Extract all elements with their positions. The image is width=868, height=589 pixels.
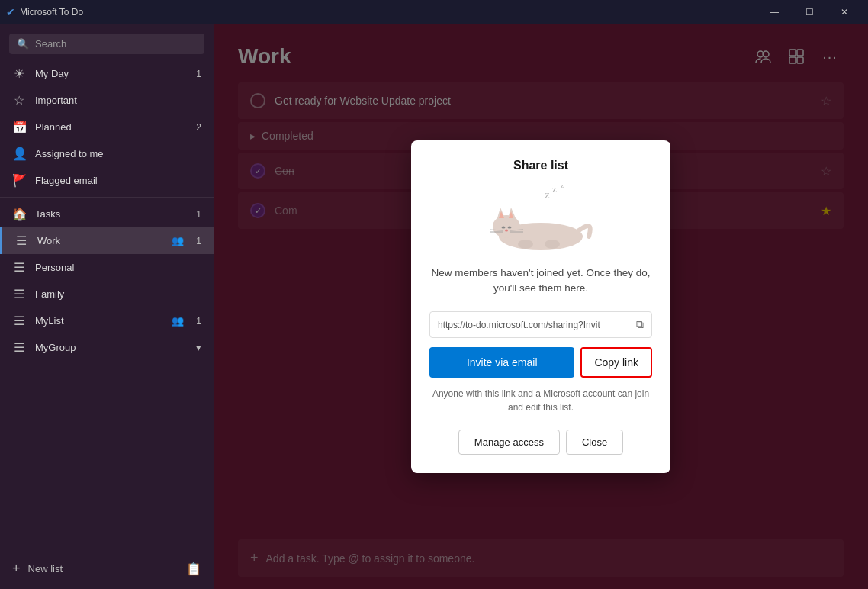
new-list-add-icon: 📋 [186, 562, 201, 576]
list-icon: ☰ [14, 233, 28, 248]
sidebar-item-tasks[interactable]: 🏠 Tasks 1 [0, 201, 214, 227]
sun-icon: ☀ [12, 66, 26, 81]
app-container: 🔍 ☀ My Day 1 ☆ Important 📅 Planned 2 👤 A… [0, 24, 868, 589]
list-icon: ☰ [12, 287, 26, 301]
copy-icon[interactable]: ⧉ [636, 318, 644, 331]
share-link-text: https://to-do.microsoft.com/sharing?Invi… [438, 320, 630, 330]
sidebar-item-label: MyList [35, 315, 162, 327]
sidebar-item-mygroup[interactable]: ☰ MyGroup ▾ [0, 334, 214, 361]
copy-link-button[interactable]: Copy link [580, 347, 652, 378]
close-button[interactable]: ✕ [827, 0, 862, 24]
svg-point-17 [505, 229, 508, 231]
maximize-button[interactable]: ☐ [792, 0, 827, 24]
sidebar-item-label: Work [37, 235, 162, 246]
svg-text:z: z [552, 185, 557, 195]
share-list-modal: Share list Z z z [411, 140, 670, 474]
share-icon: 👥 [172, 315, 184, 327]
main-content: Work [214, 24, 868, 589]
list-icon: ☰ [12, 314, 26, 328]
sidebar-item-badge: 1 [196, 69, 201, 79]
modal-title: Share list [429, 159, 652, 172]
app-title: Microsoft To Do [20, 7, 83, 18]
sidebar-item-mylist[interactable]: ☰ MyList 👥 1 [0, 307, 214, 334]
svg-point-10 [493, 215, 520, 238]
sidebar-item-badge: 2 [196, 122, 201, 133]
close-modal-button[interactable]: Close [566, 430, 623, 455]
sidebar-item-label: Personal [35, 262, 201, 273]
flag-icon: 🚩 [12, 173, 26, 188]
sidebar-item-badge: 1 [196, 316, 201, 327]
chevron-down-icon: ▾ [196, 342, 201, 353]
new-list-label: New list [28, 563, 63, 575]
sidebar-item-work[interactable]: ☰ Work 👥 1 [0, 227, 214, 254]
star-icon: ☆ [12, 93, 26, 108]
sidebar-item-badge: 1 [196, 209, 201, 220]
svg-point-23 [545, 240, 560, 249]
sidebar-item-assigned[interactable]: 👤 Assigned to me [0, 140, 214, 167]
sidebar: 🔍 ☀ My Day 1 ☆ Important 📅 Planned 2 👤 A… [0, 24, 214, 589]
sidebar-divider [0, 197, 214, 198]
modal-overlay[interactable]: Share list Z z z [214, 24, 868, 589]
svg-text:z: z [561, 185, 564, 189]
sidebar-item-label: Flagged email [35, 175, 201, 186]
minimize-button[interactable]: — [757, 0, 792, 24]
calendar-icon: 📅 [12, 120, 26, 134]
list-icon: ☰ [12, 340, 26, 355]
list-icon: ☰ [12, 260, 26, 275]
app-logo: ✔ [6, 6, 15, 18]
sidebar-item-label: Planned [35, 121, 187, 133]
sidebar-item-family[interactable]: ☰ Family [0, 281, 214, 307]
sidebar-item-label: MyGroup [35, 342, 187, 353]
share-icon: 👥 [172, 235, 184, 246]
manage-access-button[interactable]: Manage access [458, 430, 560, 455]
modal-action-buttons: Invite via email Copy link [429, 347, 652, 378]
search-input[interactable] [35, 38, 197, 50]
plus-icon: + [12, 561, 21, 577]
modal-note: Anyone with this link and a Microsoft ac… [429, 387, 652, 414]
svg-point-22 [518, 240, 533, 249]
sidebar-item-badge: 1 [196, 236, 201, 246]
sidebar-item-label: My Day [35, 68, 187, 79]
search-icon: 🔍 [17, 38, 29, 50]
titlebar: ✔ Microsoft To Do — ☐ ✕ [0, 0, 868, 24]
search-bar[interactable]: 🔍 [9, 34, 204, 54]
titlebar-left: ✔ Microsoft To Do [6, 6, 83, 18]
sidebar-item-label: Family [35, 288, 201, 300]
modal-link-row: https://to-do.microsoft.com/sharing?Invi… [429, 311, 652, 338]
svg-point-15 [502, 226, 506, 228]
sleeping-cat-image: Z z z [429, 185, 652, 253]
invite-email-button[interactable]: Invite via email [429, 347, 574, 378]
sidebar-item-flagged[interactable]: 🚩 Flagged email [0, 167, 214, 194]
window-controls: — ☐ ✕ [757, 0, 862, 24]
sidebar-item-planned[interactable]: 📅 Planned 2 [0, 114, 214, 140]
sidebar-item-label: Assigned to me [35, 148, 201, 159]
sidebar-item-label: Important [35, 95, 201, 106]
sidebar-item-my-day[interactable]: ☀ My Day 1 [0, 60, 214, 87]
sidebar-item-important[interactable]: ☆ Important [0, 87, 214, 114]
sidebar-item-label: Tasks [35, 208, 187, 220]
person-icon: 👤 [12, 146, 26, 161]
svg-text:Z: Z [545, 191, 550, 200]
modal-footer-buttons: Manage access Close [429, 430, 652, 455]
new-list-button[interactable]: + New list 📋 [0, 555, 214, 583]
home-icon: 🏠 [12, 207, 26, 221]
modal-message: New members haven't joined yet. Once the… [429, 266, 652, 297]
svg-point-16 [508, 226, 512, 228]
sidebar-item-personal[interactable]: ☰ Personal [0, 254, 214, 281]
